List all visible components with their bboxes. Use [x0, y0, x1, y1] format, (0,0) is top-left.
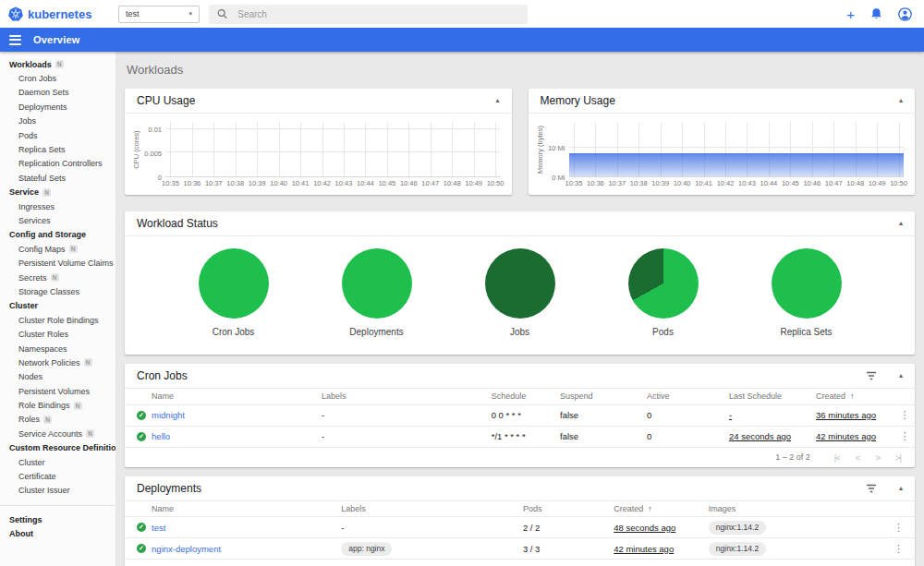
sidebar-item-settings[interactable]: Settings [0, 512, 116, 526]
kebab-menu-icon[interactable]: ⋮ [894, 543, 904, 554]
filter-icon[interactable] [866, 371, 877, 380]
sidebar-item-jobs[interactable]: Jobs [0, 114, 116, 128]
collapse-icon[interactable]: ▴ [899, 220, 903, 227]
gridline [322, 122, 323, 176]
sidebar-item-label: Storage Classes [18, 287, 79, 296]
column-header-suspend[interactable]: Suspend [560, 389, 647, 404]
actions-column-header [895, 389, 915, 404]
table-row: ✓nginx-deploymentapp: nginx3 / 342 minut… [125, 538, 915, 560]
cell-active: 0 [647, 426, 729, 447]
search-input[interactable] [236, 8, 519, 20]
sidebar-item-services[interactable]: Services [0, 213, 116, 227]
notifications-bell-icon[interactable] [870, 7, 882, 20]
collapse-icon[interactable]: ▴ [899, 97, 903, 104]
brand-name: kubernetes [28, 7, 91, 21]
sidebar-item-cron-jobs[interactable]: Cron Jobs [0, 71, 116, 85]
sidebar-item-ingresses[interactable]: Ingresses [0, 199, 116, 213]
cell-value: 24 seconds ago [729, 431, 791, 441]
column-header-pods[interactable]: Pods [523, 501, 614, 517]
sidebar-item-config-maps[interactable]: Config MapsN [0, 242, 116, 256]
sidebar-item-roles[interactable]: RolesN [0, 413, 116, 427]
column-header-created[interactable]: Created↑ [816, 389, 895, 404]
pie-chart[interactable] [772, 248, 842, 319]
user-account-icon[interactable] [898, 7, 912, 21]
kebab-menu-icon[interactable]: ⋮ [894, 522, 904, 533]
cell-pods: 3 / 3 [523, 538, 614, 560]
cell-images: nginx:1.14.2 [709, 538, 882, 560]
sidebar-item-role-bindings[interactable]: Role BindingsN [0, 398, 116, 412]
sidebar-item-service-accounts[interactable]: Service AccountsN [0, 427, 116, 440]
column-header-images[interactable]: Images [709, 501, 882, 517]
sidebar-item-cluster-role-bindings[interactable]: Cluster Role Bindings [0, 313, 116, 327]
collapse-icon[interactable]: ▴ [899, 485, 903, 492]
x-tick-label: 10:40 [674, 179, 691, 187]
sidebar-item-storage-classes[interactable]: Storage Classes [0, 284, 116, 298]
column-header-labels[interactable]: Labels [322, 389, 492, 404]
sidebar-item-stateful-sets[interactable]: Stateful Sets [0, 171, 116, 185]
pie-label: Cron Jobs [213, 327, 255, 337]
sidebar-section-cluster[interactable]: Cluster [0, 299, 116, 313]
x-tick-label: 10:50 [487, 179, 505, 187]
status-cell: ✓ [125, 404, 152, 426]
namespace-selector[interactable]: test ▾ [118, 6, 200, 23]
resource-link[interactable]: test [152, 523, 165, 533]
card-title: Deployments [137, 482, 201, 495]
namespaced-badge: N [55, 60, 64, 68]
first-page-icon[interactable]: |< [834, 452, 840, 463]
pie-chart[interactable] [342, 248, 412, 319]
column-header-name[interactable]: Name [152, 389, 322, 404]
x-tick-label: 10:46 [400, 179, 418, 187]
column-header-created[interactable]: Created↑ [614, 501, 709, 517]
collapse-icon[interactable]: ▴ [899, 372, 903, 379]
sidebar-item-cluster-issuer[interactable]: Cluster Issuer [0, 484, 116, 498]
sidebar-item-daemon-sets[interactable]: Daemon Sets [0, 86, 116, 100]
brand: kubernetes [0, 6, 116, 21]
sidebar-item-cluster[interactable]: Cluster [0, 455, 116, 469]
sidebar-item-persistent-volume-claims[interactable]: Persistent Volume ClaimsN [0, 256, 116, 270]
create-resource-icon[interactable]: + [846, 7, 855, 21]
sidebar-section-custom-resource-definitions[interactable]: Custom Resource Definitions [0, 441, 116, 455]
sidebar-item-secrets[interactable]: SecretsN [0, 271, 116, 284]
collapse-icon[interactable]: ▴ [495, 97, 499, 104]
pie-chart[interactable] [628, 248, 699, 319]
sidebar-item-nodes[interactable]: Nodes [0, 370, 116, 384]
filter-icon[interactable] [866, 484, 877, 493]
previous-page-icon[interactable]: < [856, 452, 860, 463]
actions-cell: ⋮ [882, 517, 915, 538]
search-bar [209, 5, 528, 24]
actions-column-header [882, 501, 915, 517]
sidebar-item-persistent-volumes[interactable]: Persistent Volumes [0, 384, 116, 398]
column-header-active[interactable]: Active [647, 389, 729, 404]
sidebar-item-namespaces[interactable]: Namespaces [0, 342, 116, 355]
sidebar-item-cluster-roles[interactable]: Cluster Roles [0, 327, 116, 341]
kebab-menu-icon[interactable]: ⋮ [900, 409, 910, 420]
sidebar-item-about[interactable]: About [0, 527, 116, 541]
pie-chart[interactable] [485, 248, 555, 319]
resource-link[interactable]: hello [152, 431, 170, 441]
column-header-name[interactable]: Name [152, 501, 341, 517]
resource-link[interactable]: nginx-deployment [152, 544, 221, 554]
y-tick-label: 0 Mi [552, 174, 565, 182]
pie-chart[interactable] [199, 248, 269, 319]
sidebar-section-workloads[interactable]: WorkloadsN [0, 57, 116, 71]
menu-icon[interactable] [9, 35, 21, 45]
kebab-menu-icon[interactable]: ⋮ [900, 430, 910, 441]
column-header-labels[interactable]: Labels [341, 501, 523, 517]
column-header-schedule[interactable]: Schedule [492, 389, 560, 404]
sidebar-item-pods[interactable]: Pods [0, 128, 116, 142]
sidebar-section-service[interactable]: ServiceN [0, 186, 116, 199]
sidebar-section-config-and-storage[interactable]: Config and Storage [0, 228, 116, 242]
sidebar-item-certificate[interactable]: Certificate [0, 469, 116, 483]
memory-usage-card: Memory Usage ▴ Memory (bytes) 0 Mi10 Mi … [529, 89, 916, 195]
resource-link[interactable]: midnight [152, 410, 185, 420]
cell-created: 48 seconds ago [614, 517, 709, 538]
gridline [170, 122, 171, 176]
sidebar-item-deployments[interactable]: Deployments [0, 100, 116, 114]
last-page-icon[interactable]: >| [895, 452, 901, 463]
sidebar-item-replication-controllers[interactable]: Replication Controllers [0, 157, 116, 171]
next-page-icon[interactable]: > [875, 452, 880, 463]
x-tick-label: 10:40 [270, 179, 287, 187]
sidebar-item-network-policies[interactable]: Network PoliciesN [0, 355, 116, 369]
column-header-last-schedule[interactable]: Last Schedule [729, 389, 816, 404]
sidebar-item-replica-sets[interactable]: Replica Sets [0, 142, 116, 156]
